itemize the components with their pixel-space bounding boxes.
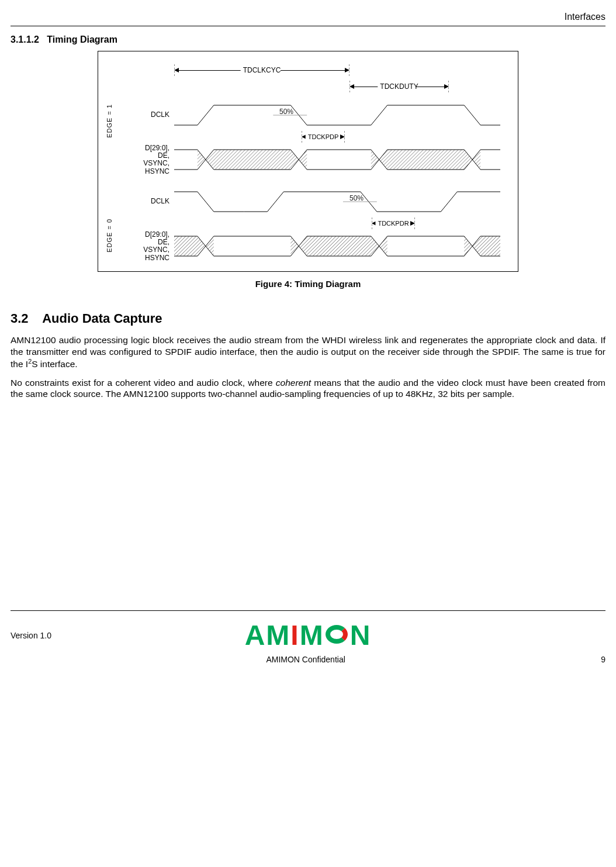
dim-tdckpdp: TDCKPDP — [306, 133, 341, 140]
svg-marker-4 — [174, 236, 214, 256]
p1-part-b: S interface. — [32, 359, 77, 369]
wave-dclk-edge1: DCLK 50% — [174, 99, 500, 131]
page-footer: Version 1.0 AMIM N AMIMON Confidential 9 — [11, 610, 605, 664]
svg-marker-5 — [290, 236, 387, 256]
section-heading: 3.2 Audio Data Capture — [11, 311, 605, 326]
wave-dclk-edge0: DCLK 50% — [174, 186, 500, 217]
fifty-pct-1: 50% — [279, 108, 293, 116]
edge1-label: EDGE = 1 — [106, 104, 113, 138]
p2-coherent: coherent — [276, 378, 311, 388]
p2-part-a: No constraints exist for a coherent vide… — [11, 378, 276, 388]
dim-tdclkcyc: TDCLKCYC — [241, 66, 283, 74]
footer-confidential: AMIMON Confidential — [266, 655, 345, 664]
paragraph-2: No constraints exist for a coherent vide… — [11, 377, 605, 400]
subsection-heading: 3.1.1.2 Timing Diagram — [11, 34, 605, 45]
svg-marker-6 — [464, 236, 500, 256]
page-header-chapter: Interfaces — [11, 12, 605, 25]
label-dclk0: DCLK — [122, 198, 174, 205]
footer-rule — [11, 610, 605, 611]
dim-tdckpdr: TDCKPDR — [375, 220, 411, 227]
timing-diagram-figure: TDCLKCYC TDCKDUTY EDGE = 1 DCLK — [98, 51, 518, 272]
subsection-title-text: Timing Diagram — [47, 34, 117, 44]
fifty-pct-2: 50% — [349, 194, 364, 202]
amimon-logo: AMIM N — [245, 619, 372, 651]
label-data0: D[29:0], DE, VSYNC, HSYNC — [122, 231, 174, 262]
svg-marker-2 — [371, 150, 480, 170]
dim-tdckduty: TDCKDUTY — [378, 82, 420, 91]
section-title-text: Audio Data Capture — [42, 311, 162, 326]
wave-data-edge1: D[29:0], DE, VSYNC, HSYNC — [174, 144, 500, 175]
section-number: 3.2 — [11, 311, 29, 326]
footer-page-number: 9 — [601, 655, 605, 664]
subsection-number: 3.1.1.2 — [11, 34, 39, 44]
svg-marker-1 — [198, 150, 307, 170]
label-data1: D[29:0], DE, VSYNC, HSYNC — [122, 144, 174, 175]
figure-container: TDCLKCYC TDCKDUTY EDGE = 1 DCLK — [11, 51, 605, 272]
label-dclk1: DCLK — [122, 111, 174, 119]
p1-part-a: AMN12100 audio processing logic block re… — [11, 335, 605, 369]
top-rule — [11, 26, 605, 26]
footer-version: Version 1.0 — [11, 631, 104, 640]
wave-data-edge0: D[29:0], DE, VSYNC, HSYNC — [174, 230, 500, 262]
paragraph-1: AMN12100 audio processing logic block re… — [11, 334, 605, 370]
figure-caption: Figure 4: Timing Diagram — [11, 279, 605, 289]
edge0-label: EDGE = 0 — [106, 219, 113, 253]
